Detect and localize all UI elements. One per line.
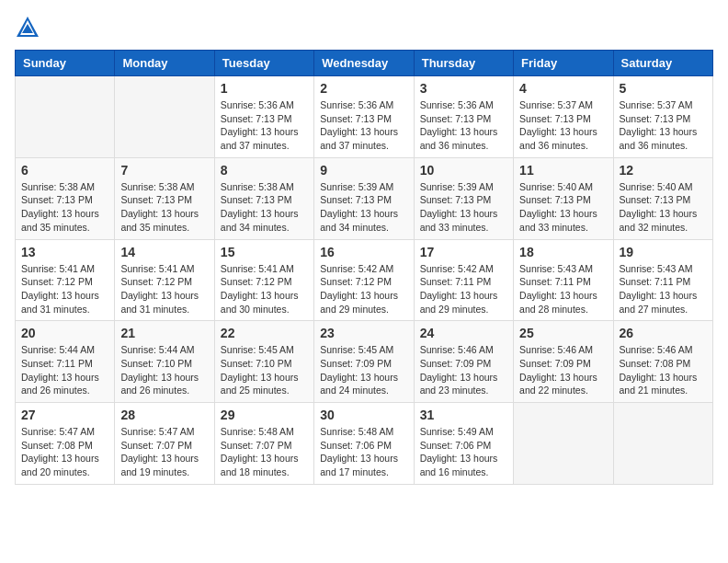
day-info: Sunrise: 5:43 AMSunset: 7:11 PMDaylight:… <box>620 262 707 316</box>
day-info: Sunrise: 5:44 AMSunset: 7:11 PMDaylight:… <box>21 343 108 397</box>
day-number: 31 <box>420 408 507 422</box>
calendar-cell: 21Sunrise: 5:44 AMSunset: 7:10 PMDayligh… <box>115 321 214 403</box>
day-number: 1 <box>221 81 308 96</box>
day-info: Sunrise: 5:41 AMSunset: 7:12 PMDaylight:… <box>221 262 308 316</box>
calendar-cell: 16Sunrise: 5:42 AMSunset: 7:12 PMDayligh… <box>314 239 414 321</box>
calendar-cell: 18Sunrise: 5:43 AMSunset: 7:11 PMDayligh… <box>514 239 613 321</box>
day-header-saturday: Saturday <box>613 51 712 76</box>
calendar-cell: 19Sunrise: 5:43 AMSunset: 7:11 PMDayligh… <box>613 239 712 321</box>
day-number: 4 <box>519 81 607 96</box>
day-info: Sunrise: 5:45 AMSunset: 7:10 PMDaylight:… <box>221 343 308 397</box>
week-row-5: 27Sunrise: 5:47 AMSunset: 7:08 PMDayligh… <box>16 403 713 485</box>
calendar-cell: 1Sunrise: 5:36 AMSunset: 7:13 PMDaylight… <box>214 76 313 158</box>
calendar-cell: 17Sunrise: 5:42 AMSunset: 7:11 PMDayligh… <box>414 239 513 321</box>
day-info: Sunrise: 5:42 AMSunset: 7:12 PMDaylight:… <box>320 262 407 316</box>
day-number: 2 <box>320 81 407 96</box>
logo <box>15 15 44 40</box>
day-number: 3 <box>420 81 507 96</box>
calendar-cell: 29Sunrise: 5:48 AMSunset: 7:07 PMDayligh… <box>214 403 313 485</box>
day-info: Sunrise: 5:38 AMSunset: 7:13 PMDaylight:… <box>221 180 308 235</box>
day-number: 18 <box>519 245 607 259</box>
day-header-monday: Monday <box>115 51 214 76</box>
day-number: 9 <box>320 163 407 178</box>
day-info: Sunrise: 5:39 AMSunset: 7:13 PMDaylight:… <box>420 180 507 235</box>
calendar-cell: 22Sunrise: 5:45 AMSunset: 7:10 PMDayligh… <box>214 321 313 403</box>
day-number: 26 <box>620 326 707 340</box>
calendar-cell: 31Sunrise: 5:49 AMSunset: 7:06 PMDayligh… <box>414 403 513 485</box>
calendar-cell: 4Sunrise: 5:37 AMSunset: 7:13 PMDaylight… <box>514 76 613 158</box>
day-number: 28 <box>120 408 208 422</box>
day-number: 27 <box>21 408 108 422</box>
day-info: Sunrise: 5:46 AMSunset: 7:08 PMDaylight:… <box>620 343 707 397</box>
calendar-cell: 26Sunrise: 5:46 AMSunset: 7:08 PMDayligh… <box>613 321 712 403</box>
day-info: Sunrise: 5:42 AMSunset: 7:11 PMDaylight:… <box>420 262 507 316</box>
day-number: 6 <box>21 163 108 178</box>
day-header-tuesday: Tuesday <box>214 51 313 76</box>
day-header-thursday: Thursday <box>414 51 513 76</box>
day-number: 7 <box>120 163 208 178</box>
week-row-3: 13Sunrise: 5:41 AMSunset: 7:12 PMDayligh… <box>16 239 713 321</box>
day-info: Sunrise: 5:47 AMSunset: 7:07 PMDaylight:… <box>120 425 208 479</box>
week-row-2: 6Sunrise: 5:38 AMSunset: 7:13 PMDaylight… <box>16 157 713 239</box>
week-row-4: 20Sunrise: 5:44 AMSunset: 7:11 PMDayligh… <box>16 321 713 403</box>
day-number: 20 <box>21 326 108 340</box>
calendar-cell: 3Sunrise: 5:36 AMSunset: 7:13 PMDaylight… <box>414 76 513 158</box>
day-info: Sunrise: 5:37 AMSunset: 7:13 PMDaylight:… <box>519 98 607 153</box>
calendar-cell <box>16 76 115 158</box>
page-header <box>15 15 713 40</box>
calendar-cell <box>514 403 613 485</box>
calendar-cell: 14Sunrise: 5:41 AMSunset: 7:12 PMDayligh… <box>115 239 214 321</box>
calendar-cell: 27Sunrise: 5:47 AMSunset: 7:08 PMDayligh… <box>16 403 115 485</box>
day-info: Sunrise: 5:36 AMSunset: 7:13 PMDaylight:… <box>420 98 507 153</box>
calendar-cell: 5Sunrise: 5:37 AMSunset: 7:13 PMDaylight… <box>613 76 712 158</box>
day-info: Sunrise: 5:36 AMSunset: 7:13 PMDaylight:… <box>221 98 308 153</box>
day-info: Sunrise: 5:38 AMSunset: 7:13 PMDaylight:… <box>120 180 208 235</box>
logo-icon <box>15 15 40 40</box>
day-number: 11 <box>519 163 607 178</box>
calendar-cell: 7Sunrise: 5:38 AMSunset: 7:13 PMDaylight… <box>115 157 214 239</box>
calendar-table: SundayMondayTuesdayWednesdayThursdayFrid… <box>15 50 713 485</box>
day-info: Sunrise: 5:49 AMSunset: 7:06 PMDaylight:… <box>420 425 507 479</box>
day-info: Sunrise: 5:43 AMSunset: 7:11 PMDaylight:… <box>519 262 607 316</box>
day-number: 5 <box>620 81 707 96</box>
day-info: Sunrise: 5:44 AMSunset: 7:10 PMDaylight:… <box>120 343 208 397</box>
day-number: 29 <box>221 408 308 422</box>
calendar-cell: 10Sunrise: 5:39 AMSunset: 7:13 PMDayligh… <box>414 157 513 239</box>
day-header-friday: Friday <box>514 51 613 76</box>
day-number: 13 <box>21 245 108 259</box>
calendar-cell: 30Sunrise: 5:48 AMSunset: 7:06 PMDayligh… <box>314 403 414 485</box>
day-info: Sunrise: 5:46 AMSunset: 7:09 PMDaylight:… <box>420 343 507 397</box>
day-number: 16 <box>320 245 407 259</box>
day-info: Sunrise: 5:48 AMSunset: 7:06 PMDaylight:… <box>320 425 407 479</box>
calendar-cell: 9Sunrise: 5:39 AMSunset: 7:13 PMDaylight… <box>314 157 414 239</box>
day-info: Sunrise: 5:39 AMSunset: 7:13 PMDaylight:… <box>320 180 407 235</box>
day-info: Sunrise: 5:38 AMSunset: 7:13 PMDaylight:… <box>21 180 108 235</box>
day-header-sunday: Sunday <box>16 51 115 76</box>
day-number: 10 <box>420 163 507 178</box>
day-number: 19 <box>620 245 707 259</box>
calendar-cell: 2Sunrise: 5:36 AMSunset: 7:13 PMDaylight… <box>314 76 414 158</box>
day-number: 8 <box>221 163 308 178</box>
calendar-header-row: SundayMondayTuesdayWednesdayThursdayFrid… <box>16 51 713 76</box>
calendar-cell: 13Sunrise: 5:41 AMSunset: 7:12 PMDayligh… <box>16 239 115 321</box>
day-number: 17 <box>420 245 507 259</box>
week-row-1: 1Sunrise: 5:36 AMSunset: 7:13 PMDaylight… <box>16 76 713 158</box>
day-info: Sunrise: 5:37 AMSunset: 7:13 PMDaylight:… <box>620 98 707 153</box>
day-number: 21 <box>120 326 208 340</box>
day-info: Sunrise: 5:46 AMSunset: 7:09 PMDaylight:… <box>519 343 607 397</box>
day-number: 25 <box>519 326 607 340</box>
day-number: 24 <box>420 326 507 340</box>
calendar-cell: 6Sunrise: 5:38 AMSunset: 7:13 PMDaylight… <box>16 157 115 239</box>
calendar-cell: 20Sunrise: 5:44 AMSunset: 7:11 PMDayligh… <box>16 321 115 403</box>
day-info: Sunrise: 5:47 AMSunset: 7:08 PMDaylight:… <box>21 425 108 479</box>
day-info: Sunrise: 5:36 AMSunset: 7:13 PMDaylight:… <box>320 98 407 153</box>
day-info: Sunrise: 5:41 AMSunset: 7:12 PMDaylight:… <box>120 262 208 316</box>
calendar-cell <box>115 76 214 158</box>
day-info: Sunrise: 5:40 AMSunset: 7:13 PMDaylight:… <box>519 180 607 235</box>
day-header-wednesday: Wednesday <box>314 51 414 76</box>
day-info: Sunrise: 5:41 AMSunset: 7:12 PMDaylight:… <box>21 262 108 316</box>
day-info: Sunrise: 5:40 AMSunset: 7:13 PMDaylight:… <box>620 180 707 235</box>
day-number: 15 <box>221 245 308 259</box>
day-number: 12 <box>620 163 707 178</box>
day-number: 14 <box>120 245 208 259</box>
